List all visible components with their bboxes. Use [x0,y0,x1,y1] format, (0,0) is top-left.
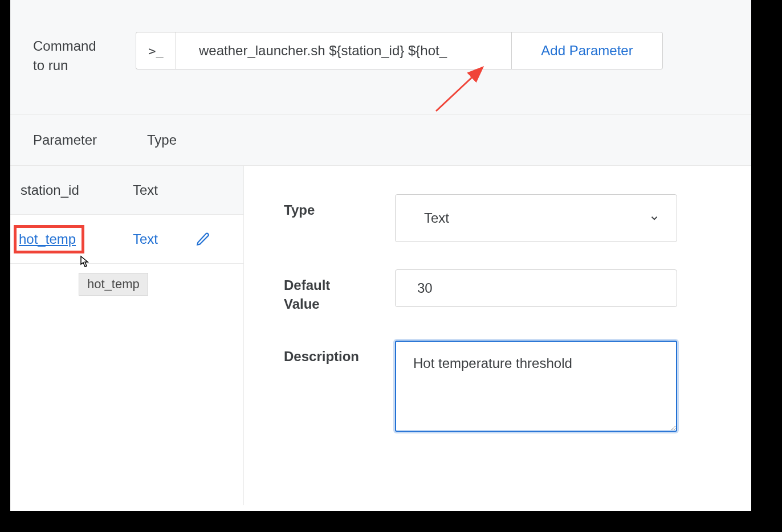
parameter-name: hot_temp [14,225,84,253]
cursor-icon [78,254,91,272]
default-value-label: Default Value [284,269,395,313]
pencil-icon[interactable] [196,232,210,247]
arrow-annotation [430,63,504,117]
type-select-value: Text [424,210,449,226]
tooltip: hot_temp [79,273,148,296]
command-input[interactable] [176,32,512,69]
description-label: Description [284,341,395,366]
parameter-type: Text [133,231,196,247]
command-to-run-label: Command to run [33,32,107,75]
type-select[interactable]: Text [395,194,677,242]
header-parameter: Parameter [33,132,147,148]
terminal-icon: >_ [136,32,176,69]
body-area: station_id Text hot_temp Text [10,166,751,505]
add-parameter-button[interactable]: Add Parameter [512,32,663,69]
chevron-down-icon [649,213,659,223]
description-textarea[interactable] [395,341,677,432]
parameter-type: Text [133,182,196,198]
header-type: Type [147,132,177,148]
parameter-headers: Parameter Type [10,114,751,166]
command-section: Command to run >_ Add Parameter [10,0,751,114]
parameter-name: station_id [10,182,133,198]
parameter-row-hot-temp[interactable]: hot_temp Text [10,215,243,264]
command-input-group: >_ Add Parameter [136,32,663,69]
default-value-input[interactable] [395,269,677,307]
parameter-row-station-id[interactable]: station_id Text [10,166,243,215]
parameter-detail-panel: Type Text Default Value Description [244,166,751,505]
type-label: Type [284,194,395,219]
svg-line-1 [436,67,483,111]
config-panel: Command to run >_ Add Parameter Paramete… [10,0,751,511]
parameter-list: station_id Text hot_temp Text [10,166,244,505]
